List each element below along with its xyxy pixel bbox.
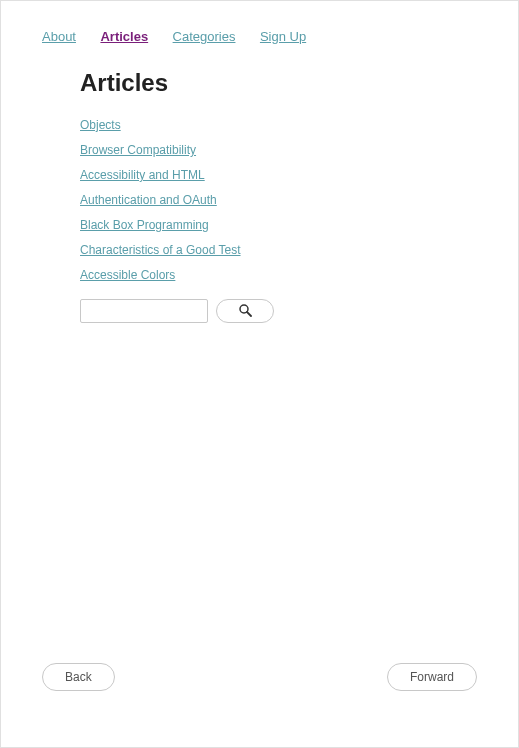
list-item: Accessibility and HTML xyxy=(80,165,518,183)
nav-about[interactable]: About xyxy=(42,29,76,44)
back-button[interactable]: Back xyxy=(42,663,115,691)
article-link[interactable]: Accessibility and HTML xyxy=(80,168,205,182)
forward-button[interactable]: Forward xyxy=(387,663,477,691)
search-row xyxy=(80,299,518,323)
list-item: Accessible Colors xyxy=(80,265,518,283)
svg-line-1 xyxy=(247,312,251,316)
article-link[interactable]: Objects xyxy=(80,118,121,132)
list-item: Black Box Programming xyxy=(80,215,518,233)
page-title: Articles xyxy=(80,69,518,97)
article-link[interactable]: Authentication and OAuth xyxy=(80,193,217,207)
search-input[interactable] xyxy=(80,299,208,323)
bottom-nav: Back Forward xyxy=(1,663,518,691)
article-link[interactable]: Accessible Colors xyxy=(80,268,175,282)
article-link[interactable]: Characteristics of a Good Test xyxy=(80,243,241,257)
nav-articles[interactable]: Articles xyxy=(100,29,148,44)
list-item: Characteristics of a Good Test xyxy=(80,240,518,258)
search-icon xyxy=(238,303,252,320)
top-nav: About Articles Categories Sign Up xyxy=(1,1,518,45)
list-item: Browser Compatibility xyxy=(80,140,518,158)
article-link[interactable]: Black Box Programming xyxy=(80,218,209,232)
list-item: Authentication and OAuth xyxy=(80,190,518,208)
list-item: Objects xyxy=(80,115,518,133)
nav-signup[interactable]: Sign Up xyxy=(260,29,306,44)
article-link[interactable]: Browser Compatibility xyxy=(80,143,196,157)
search-button[interactable] xyxy=(216,299,274,323)
nav-categories[interactable]: Categories xyxy=(173,29,236,44)
main-content: Articles Objects Browser Compatibility A… xyxy=(1,45,518,323)
article-list: Objects Browser Compatibility Accessibil… xyxy=(80,115,518,283)
